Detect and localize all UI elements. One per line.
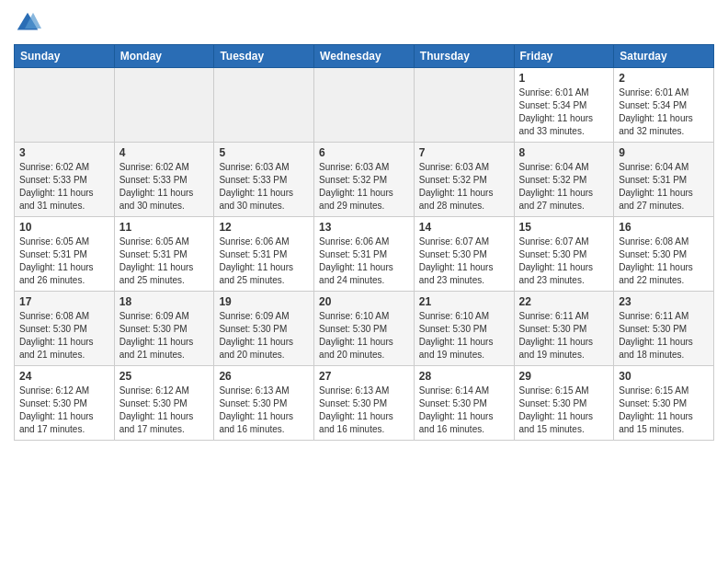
day-info: Sunrise: 6:08 AM Sunset: 5:30 PM Dayligh…: [19, 310, 109, 362]
day-number: 29: [519, 370, 609, 383]
calendar-week-3: 10Sunrise: 6:05 AM Sunset: 5:31 PM Dayli…: [15, 217, 714, 292]
page-header: [14, 9, 714, 37]
day-number: 28: [419, 370, 509, 383]
calendar-cell: 29Sunrise: 6:15 AM Sunset: 5:30 PM Dayli…: [514, 366, 614, 441]
calendar-cell: [214, 68, 314, 143]
day-info: Sunrise: 6:06 AM Sunset: 5:31 PM Dayligh…: [319, 236, 409, 287]
day-info: Sunrise: 6:12 AM Sunset: 5:30 PM Dayligh…: [19, 385, 109, 436]
day-info: Sunrise: 6:14 AM Sunset: 5:30 PM Dayligh…: [419, 385, 509, 436]
calendar-cell: 5Sunrise: 6:03 AM Sunset: 5:33 PM Daylig…: [214, 143, 314, 217]
day-info: Sunrise: 6:07 AM Sunset: 5:30 PM Dayligh…: [519, 236, 609, 287]
day-number: 24: [19, 370, 109, 383]
calendar-cell: [114, 68, 214, 143]
day-info: Sunrise: 6:12 AM Sunset: 5:30 PM Dayligh…: [119, 385, 210, 436]
calendar-cell: 27Sunrise: 6:13 AM Sunset: 5:30 PM Dayli…: [314, 366, 415, 441]
day-info: Sunrise: 6:09 AM Sunset: 5:30 PM Dayligh…: [219, 310, 309, 362]
day-info: Sunrise: 6:11 AM Sunset: 5:30 PM Dayligh…: [619, 310, 709, 362]
day-number: 21: [419, 295, 509, 308]
day-info: Sunrise: 6:06 AM Sunset: 5:31 PM Dayligh…: [219, 236, 309, 287]
logo: [14, 9, 45, 37]
weekday-header-wednesday: Wednesday: [314, 45, 415, 68]
calendar-cell: [414, 68, 514, 143]
day-number: 16: [619, 221, 709, 234]
calendar-cell: 1Sunrise: 6:01 AM Sunset: 5:34 PM Daylig…: [514, 68, 614, 143]
day-number: 7: [419, 146, 509, 159]
day-info: Sunrise: 6:15 AM Sunset: 5:30 PM Dayligh…: [619, 385, 709, 436]
day-number: 1: [519, 72, 609, 85]
calendar-table: SundayMondayTuesdayWednesdayThursdayFrid…: [14, 44, 714, 441]
calendar-cell: 19Sunrise: 6:09 AM Sunset: 5:30 PM Dayli…: [214, 292, 314, 366]
calendar-cell: 28Sunrise: 6:14 AM Sunset: 5:30 PM Dayli…: [414, 366, 514, 441]
calendar-cell: 22Sunrise: 6:11 AM Sunset: 5:30 PM Dayli…: [514, 292, 614, 366]
day-info: Sunrise: 6:07 AM Sunset: 5:30 PM Dayligh…: [419, 236, 509, 287]
calendar-cell: 26Sunrise: 6:13 AM Sunset: 5:30 PM Dayli…: [214, 366, 314, 441]
day-number: 15: [519, 221, 609, 234]
day-info: Sunrise: 6:10 AM Sunset: 5:30 PM Dayligh…: [419, 310, 509, 362]
calendar-cell: 13Sunrise: 6:06 AM Sunset: 5:31 PM Dayli…: [314, 217, 415, 292]
day-number: 30: [619, 370, 709, 383]
day-number: 27: [319, 370, 409, 383]
weekday-header-tuesday: Tuesday: [214, 45, 314, 68]
calendar-week-2: 3Sunrise: 6:02 AM Sunset: 5:33 PM Daylig…: [15, 143, 714, 217]
day-info: Sunrise: 6:04 AM Sunset: 5:31 PM Dayligh…: [619, 161, 709, 213]
calendar-cell: 4Sunrise: 6:02 AM Sunset: 5:33 PM Daylig…: [114, 143, 214, 217]
calendar-cell: 24Sunrise: 6:12 AM Sunset: 5:30 PM Dayli…: [15, 366, 115, 441]
day-info: Sunrise: 6:15 AM Sunset: 5:30 PM Dayligh…: [519, 385, 609, 436]
day-info: Sunrise: 6:03 AM Sunset: 5:33 PM Dayligh…: [219, 161, 309, 213]
weekday-header-monday: Monday: [114, 45, 214, 68]
calendar-cell: 9Sunrise: 6:04 AM Sunset: 5:31 PM Daylig…: [614, 143, 714, 217]
weekday-header-saturday: Saturday: [614, 45, 714, 68]
day-info: Sunrise: 6:05 AM Sunset: 5:31 PM Dayligh…: [119, 236, 210, 287]
weekday-header-thursday: Thursday: [414, 45, 514, 68]
calendar-cell: 15Sunrise: 6:07 AM Sunset: 5:30 PM Dayli…: [514, 217, 614, 292]
day-number: 17: [19, 295, 109, 308]
day-info: Sunrise: 6:09 AM Sunset: 5:30 PM Dayligh…: [119, 310, 210, 362]
calendar-cell: 11Sunrise: 6:05 AM Sunset: 5:31 PM Dayli…: [114, 217, 214, 292]
day-number: 11: [119, 221, 210, 234]
calendar-cell: 30Sunrise: 6:15 AM Sunset: 5:30 PM Dayli…: [614, 366, 714, 441]
calendar-header: SundayMondayTuesdayWednesdayThursdayFrid…: [15, 45, 714, 68]
day-info: Sunrise: 6:05 AM Sunset: 5:31 PM Dayligh…: [19, 236, 109, 287]
day-number: 14: [419, 221, 509, 234]
calendar-week-1: 1Sunrise: 6:01 AM Sunset: 5:34 PM Daylig…: [15, 68, 714, 143]
calendar-cell: 20Sunrise: 6:10 AM Sunset: 5:30 PM Dayli…: [314, 292, 415, 366]
calendar-cell: 18Sunrise: 6:09 AM Sunset: 5:30 PM Dayli…: [114, 292, 214, 366]
calendar-cell: 7Sunrise: 6:03 AM Sunset: 5:32 PM Daylig…: [414, 143, 514, 217]
day-number: 25: [119, 370, 210, 383]
calendar-cell: 17Sunrise: 6:08 AM Sunset: 5:30 PM Dayli…: [15, 292, 115, 366]
day-number: 10: [19, 221, 109, 234]
calendar-cell: 2Sunrise: 6:01 AM Sunset: 5:34 PM Daylig…: [614, 68, 714, 143]
day-number: 9: [619, 146, 709, 159]
day-info: Sunrise: 6:13 AM Sunset: 5:30 PM Dayligh…: [319, 385, 409, 436]
day-number: 3: [19, 146, 109, 159]
logo-icon: [14, 9, 41, 37]
calendar-cell: 12Sunrise: 6:06 AM Sunset: 5:31 PM Dayli…: [214, 217, 314, 292]
day-number: 4: [119, 146, 210, 159]
day-info: Sunrise: 6:01 AM Sunset: 5:34 PM Dayligh…: [519, 86, 609, 138]
day-number: 23: [619, 295, 709, 308]
calendar-cell: [314, 68, 415, 143]
day-info: Sunrise: 6:11 AM Sunset: 5:30 PM Dayligh…: [519, 310, 609, 362]
calendar-cell: 25Sunrise: 6:12 AM Sunset: 5:30 PM Dayli…: [114, 366, 214, 441]
day-number: 26: [219, 370, 309, 383]
day-number: 2: [619, 72, 709, 85]
day-number: 22: [519, 295, 609, 308]
day-info: Sunrise: 6:03 AM Sunset: 5:32 PM Dayligh…: [319, 161, 409, 213]
day-info: Sunrise: 6:08 AM Sunset: 5:30 PM Dayligh…: [619, 236, 709, 287]
calendar-cell: 3Sunrise: 6:02 AM Sunset: 5:33 PM Daylig…: [15, 143, 115, 217]
day-number: 8: [519, 146, 609, 159]
day-number: 13: [319, 221, 409, 234]
day-number: 6: [319, 146, 409, 159]
day-info: Sunrise: 6:02 AM Sunset: 5:33 PM Dayligh…: [119, 161, 210, 213]
calendar-cell: 23Sunrise: 6:11 AM Sunset: 5:30 PM Dayli…: [614, 292, 714, 366]
calendar-cell: 10Sunrise: 6:05 AM Sunset: 5:31 PM Dayli…: [15, 217, 115, 292]
page: SundayMondayTuesdayWednesdayThursdayFrid…: [0, 0, 728, 450]
calendar-week-5: 24Sunrise: 6:12 AM Sunset: 5:30 PM Dayli…: [15, 366, 714, 441]
calendar-cell: 6Sunrise: 6:03 AM Sunset: 5:32 PM Daylig…: [314, 143, 415, 217]
day-info: Sunrise: 6:03 AM Sunset: 5:32 PM Dayligh…: [419, 161, 509, 213]
calendar-body: 1Sunrise: 6:01 AM Sunset: 5:34 PM Daylig…: [15, 68, 714, 441]
day-info: Sunrise: 6:01 AM Sunset: 5:34 PM Dayligh…: [619, 86, 709, 138]
day-info: Sunrise: 6:02 AM Sunset: 5:33 PM Dayligh…: [19, 161, 109, 213]
weekday-header-friday: Friday: [514, 45, 614, 68]
day-number: 12: [219, 221, 309, 234]
